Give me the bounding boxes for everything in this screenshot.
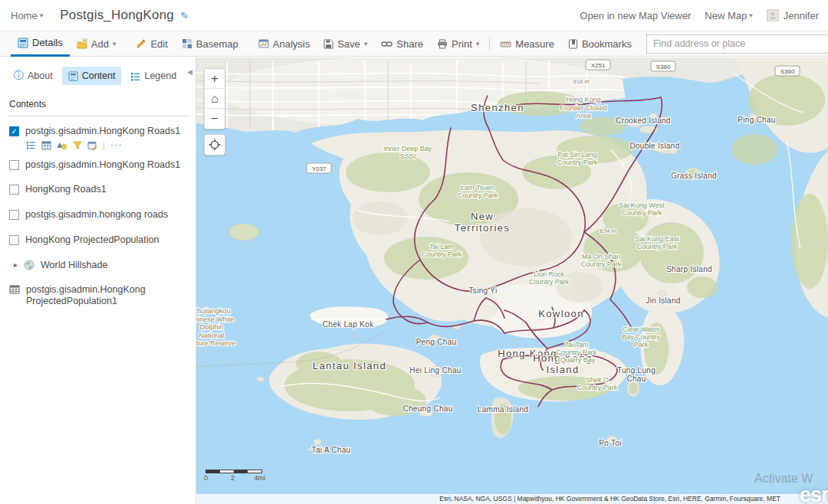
layer-item[interactable]: HongKong ProjectedPopulation bbox=[9, 234, 188, 247]
layer-item[interactable]: postgis.gisadmin.hongkong roads bbox=[9, 209, 188, 221]
add-icon bbox=[77, 38, 87, 49]
zoom-in-button[interactable]: + bbox=[205, 69, 225, 89]
change-style-icon[interactable] bbox=[57, 141, 67, 150]
map-label: Pat Sin LengCountry Park bbox=[557, 151, 598, 166]
route-shield: X251 bbox=[586, 60, 610, 70]
globe-icon bbox=[24, 260, 34, 270]
new-map-label: New Map bbox=[705, 10, 747, 21]
layer-item[interactable]: ✓ postgis.gisadmin.HongKong Roads1 bbox=[9, 126, 188, 138]
print-icon bbox=[437, 39, 448, 49]
bookmarks-button[interactable]: Bookmarks bbox=[561, 31, 639, 57]
layer-label: postgis.gisadmin.HongKong Roads1 bbox=[25, 159, 180, 172]
table-label: postgis.gisadmin.HongKong ProjectedPopul… bbox=[26, 284, 183, 308]
map-label: Po Toi bbox=[599, 439, 621, 447]
layer-group-world-hillshade[interactable]: ▸ World Hillshade bbox=[14, 260, 188, 272]
analysis-icon bbox=[258, 38, 269, 49]
collapse-sidebar-icon[interactable]: ◀ bbox=[187, 68, 192, 76]
edit-title-icon[interactable]: ✎ bbox=[180, 10, 189, 21]
expand-icon[interactable]: ▸ bbox=[14, 260, 18, 270]
home-menu[interactable]: Home ▾ bbox=[11, 10, 43, 21]
layer-checkbox[interactable]: ✓ bbox=[9, 126, 19, 136]
print-label: Print bbox=[452, 38, 472, 50]
share-button[interactable]: Share bbox=[374, 31, 430, 57]
open-new-map-viewer-link[interactable]: Open in new Map Viewer bbox=[580, 10, 691, 21]
layer-label: HongKong ProjectedPopulation bbox=[25, 234, 159, 247]
map-label: Sharp Island bbox=[666, 265, 712, 273]
map-title: Postgis_HongKong bbox=[60, 8, 174, 23]
zoom-out-button[interactable]: − bbox=[205, 109, 225, 129]
analysis-button[interactable]: Analysis bbox=[251, 31, 317, 57]
legend-icon bbox=[130, 71, 140, 81]
layer-checkbox[interactable] bbox=[9, 210, 19, 220]
share-icon bbox=[381, 40, 393, 48]
basemap-icon bbox=[182, 38, 192, 49]
print-button[interactable]: Print ▾ bbox=[430, 31, 486, 57]
map-label: Lantau Island bbox=[313, 360, 386, 371]
bookmarks-icon bbox=[568, 39, 578, 49]
map-label: 634 m bbox=[600, 227, 616, 234]
svg-text:S360: S360 bbox=[780, 68, 795, 75]
toolbar-divider bbox=[489, 37, 490, 51]
search-input[interactable] bbox=[646, 34, 828, 54]
divider bbox=[8, 116, 189, 116]
new-map-menu[interactable]: New Map ▾ bbox=[705, 10, 752, 21]
show-legend-icon[interactable] bbox=[26, 141, 36, 150]
scale-tick: 0 bbox=[204, 474, 208, 482]
route-shield: S360 bbox=[651, 61, 675, 71]
tab-legend[interactable]: Legend bbox=[124, 67, 182, 85]
table-icon bbox=[9, 285, 20, 294]
map-label: Hei Ling Chau bbox=[409, 366, 461, 375]
more-options-icon[interactable]: ··· bbox=[110, 142, 123, 148]
map-label: Lamma Island bbox=[478, 405, 528, 414]
edit-button[interactable]: Edit bbox=[129, 31, 174, 57]
bookmarks-label: Bookmarks bbox=[582, 38, 632, 50]
edit-label: Edit bbox=[150, 38, 167, 50]
app-header: Home ▾ Postgis_HongKong ✎ Open in new Ma… bbox=[0, 0, 828, 31]
details-button[interactable]: Details bbox=[11, 31, 70, 57]
user-name: Jennifer bbox=[784, 10, 819, 21]
sidebar-tabs: ⓘ About Content Legend bbox=[8, 65, 189, 87]
layer-checkbox[interactable] bbox=[9, 185, 19, 195]
filter-icon[interactable] bbox=[73, 141, 82, 150]
chevron-down-icon: ▾ bbox=[749, 11, 753, 19]
details-icon bbox=[18, 38, 28, 48]
chevron-down-icon: ▾ bbox=[476, 40, 480, 47]
measure-label: Measure bbox=[515, 38, 554, 50]
scale-tick: 4mi bbox=[254, 474, 265, 482]
map-label: Tai A Chau bbox=[312, 446, 351, 454]
table-item[interactable]: postgis.gisadmin.HongKong ProjectedPopul… bbox=[9, 284, 188, 308]
map-label: Kowloon bbox=[538, 308, 584, 319]
scale-tick: 2 bbox=[231, 474, 235, 482]
map-label: Ping Chau bbox=[738, 116, 775, 124]
map-canvas[interactable]: X251S360S360Y037 ShenzhenHong KongFronti… bbox=[196, 57, 828, 504]
user-menu[interactable]: Jennifer bbox=[767, 9, 819, 21]
content-icon bbox=[68, 71, 78, 81]
layer-checkbox[interactable] bbox=[9, 160, 19, 170]
tab-content[interactable]: Content bbox=[62, 67, 122, 85]
add-button[interactable]: Add ▾ bbox=[70, 31, 123, 57]
map-label: Sai Kung WestCountry Park bbox=[619, 201, 665, 217]
layer-item[interactable]: postgis.gisadmin.HongKong Roads1 bbox=[9, 159, 188, 172]
save-button[interactable]: Save ▾ bbox=[317, 31, 374, 57]
home-extent-button[interactable]: ⌂ bbox=[205, 89, 225, 109]
chevron-down-icon: ▾ bbox=[113, 40, 117, 47]
avatar bbox=[767, 9, 779, 21]
info-icon: ⓘ bbox=[14, 69, 24, 83]
details-label: Details bbox=[32, 37, 63, 48]
route-shield: S360 bbox=[775, 66, 800, 76]
map-label: Sai Kung EastCountry Park bbox=[635, 235, 679, 250]
esri-logo: esri bbox=[800, 483, 828, 504]
map-nav-controls: + ⌂ − bbox=[204, 68, 225, 129]
map-label: Crooked Island bbox=[616, 116, 670, 125]
layer-label: postgis.gisadmin.HongKong Roads1 bbox=[25, 126, 180, 138]
show-table-icon[interactable] bbox=[41, 141, 51, 150]
tab-about[interactable]: ⓘ About bbox=[8, 65, 59, 87]
perform-analysis-icon[interactable] bbox=[87, 141, 97, 150]
layer-checkbox[interactable] bbox=[9, 235, 19, 245]
share-label: Share bbox=[396, 38, 423, 50]
layer-tools: | ··· bbox=[26, 141, 189, 150]
layer-item[interactable]: HongKong Roads1 bbox=[9, 184, 188, 196]
measure-button[interactable]: Measure bbox=[493, 31, 561, 57]
basemap-button[interactable]: Basemap bbox=[175, 31, 245, 57]
find-my-location-button[interactable] bbox=[204, 134, 225, 155]
